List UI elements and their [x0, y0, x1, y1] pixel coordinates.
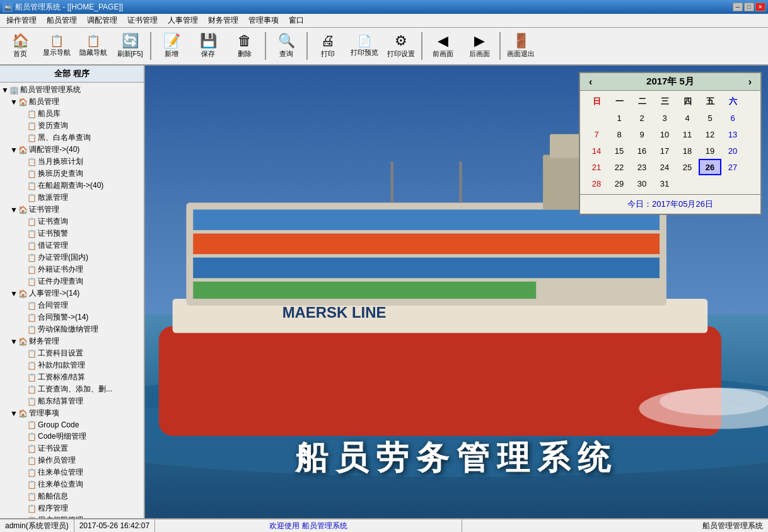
menu-crew[interactable]: 船员管理	[42, 14, 82, 27]
tree-item[interactable]: 📋外籍证书办理	[0, 263, 144, 275]
cal-day[interactable]: 11	[676, 126, 699, 142]
cal-day[interactable]: 4	[676, 110, 699, 126]
close-button[interactable]: ✕	[755, 3, 765, 11]
sidebar-tree[interactable]: ▼🏢船员管理管理系统▼🏠船员管理 📋船员库 📋资历查询 📋黑、白名单查询▼🏠调配…	[0, 83, 144, 518]
cal-day[interactable]: 14	[585, 142, 608, 159]
menu-dispatch[interactable]: 调配管理	[82, 14, 122, 27]
cal-day[interactable]: 12	[699, 126, 721, 142]
cal-day[interactable]: 21	[585, 159, 608, 175]
print-button[interactable]: 🖨 打印	[310, 30, 346, 62]
menu-hr[interactable]: 人事管理	[163, 14, 203, 27]
delete-button[interactable]: 🗑 删除	[227, 30, 262, 62]
tree-item[interactable]: 📋船员库	[0, 108, 144, 120]
tree-item[interactable]: 📋换班历史查询	[0, 168, 144, 180]
cal-day[interactable]: 17	[653, 142, 676, 159]
cal-day[interactable]: 23	[631, 159, 653, 175]
maximize-button[interactable]: □	[744, 3, 754, 11]
leaf-icon: 📋	[26, 325, 37, 335]
tree-item[interactable]: 📋工资科目设置	[0, 347, 144, 359]
next-button[interactable]: ▶ 后画面	[462, 30, 497, 62]
cal-day[interactable]: 6	[721, 110, 744, 126]
menu-certificate[interactable]: 证书管理	[122, 14, 163, 27]
tree-item[interactable]: 📋黑、白名单查询	[0, 132, 144, 144]
cal-day[interactable]: 15	[608, 142, 631, 159]
menu-finance[interactable]: 财务管理	[203, 14, 243, 27]
refresh-button[interactable]: 🔄 刷新[F5]	[112, 30, 148, 62]
cal-day[interactable]: 30	[631, 175, 653, 192]
print-preview-button[interactable]: 📄 打印预览	[347, 30, 382, 62]
tree-item[interactable]: ▼🏠调配管理->(40)	[0, 144, 144, 156]
tree-item[interactable]: 📋程序管理	[0, 502, 144, 514]
cal-day[interactable]: 3	[653, 110, 676, 126]
tree-item[interactable]: 📋Code明细管理	[0, 431, 144, 442]
tree-item[interactable]: 📋Group Code	[0, 419, 144, 431]
tree-item[interactable]: 📋合同管理	[0, 299, 144, 311]
cal-day[interactable]: 25	[676, 159, 699, 175]
tree-item[interactable]: ▼🏠管理事项	[0, 407, 144, 419]
cal-day[interactable]: 16	[631, 142, 653, 159]
tree-item[interactable]: 📋借证管理	[0, 240, 144, 252]
home-button[interactable]: 🏠 首页	[3, 30, 38, 62]
tree-item[interactable]: 📋合同预警->(14)	[0, 311, 144, 323]
add-button[interactable]: 📝 新增	[154, 30, 189, 62]
tree-item[interactable]: 📋证书设置	[0, 442, 144, 454]
tree-item[interactable]: 📋往来单位查询	[0, 478, 144, 490]
tree-item[interactable]: 📋劳动保险缴纳管理	[0, 323, 144, 335]
expand-icon: ▼	[1, 86, 9, 95]
cal-day[interactable]: 29	[608, 175, 631, 192]
tree-item[interactable]: 📋在船超期查询->(40)	[0, 180, 144, 192]
tree-item[interactable]: 📋船东结算管理	[0, 395, 144, 407]
tree-item[interactable]: 📋证书预警	[0, 228, 144, 240]
cal-day[interactable]: 28	[585, 175, 608, 192]
cal-day[interactable]: 8	[608, 126, 631, 142]
cal-day[interactable]: 2	[631, 110, 653, 126]
cal-day[interactable]: 9	[631, 126, 653, 142]
cal-day[interactable]: 7	[585, 126, 608, 142]
cal-day[interactable]: 20	[721, 142, 744, 159]
tree-item[interactable]: 📋办证管理(国内)	[0, 252, 144, 263]
cal-day[interactable]: 31	[653, 175, 676, 192]
cal-day[interactable]: 22	[608, 159, 631, 175]
tree-item[interactable]: 📋工资查询、添加、删...	[0, 383, 144, 395]
query-button[interactable]: 🔍 查询	[269, 30, 304, 62]
cal-day[interactable]: 19	[699, 142, 721, 159]
cal-day[interactable]: 27	[721, 159, 744, 175]
calendar-prev-button[interactable]: ‹	[585, 76, 596, 88]
tree-item[interactable]: ▼🏢船员管理管理系统	[0, 84, 144, 96]
cal-day-today[interactable]: 26	[699, 159, 721, 175]
cal-day[interactable]: 24	[653, 159, 676, 175]
print-setup-button[interactable]: ⚙ 打印设置	[383, 30, 419, 62]
tree-item[interactable]: 📋操作员管理	[0, 454, 144, 466]
tree-item[interactable]: ▼🏠证书管理	[0, 204, 144, 216]
tree-item[interactable]: 📋往来单位管理	[0, 466, 144, 478]
tree-item[interactable]: ▼🏠人事管理->(14)	[0, 287, 144, 299]
tree-item[interactable]: 📋补款/扣款管理	[0, 359, 144, 371]
tree-item[interactable]: 📋用户权限管理	[0, 514, 144, 518]
menu-operations[interactable]: 操作管理	[1, 14, 42, 27]
tree-item[interactable]: 📋资历查询	[0, 120, 144, 132]
cal-day[interactable]: 18	[676, 142, 699, 159]
calendar-next-button[interactable]: ›	[745, 76, 755, 88]
cal-day[interactable]: 10	[653, 126, 676, 142]
tree-item[interactable]: 📋证件办理查询	[0, 275, 144, 287]
cal-day[interactable]: 1	[608, 110, 631, 126]
tree-item[interactable]: 📋当月换班计划	[0, 156, 144, 168]
prev-button[interactable]: ◀ 前画面	[425, 30, 460, 62]
cal-day[interactable]: 5	[699, 110, 721, 126]
menu-admin[interactable]: 管理事项	[243, 14, 284, 27]
tree-item[interactable]: 📋散派管理	[0, 192, 144, 204]
save-button[interactable]: 💾 保存	[190, 30, 226, 62]
tree-item[interactable]: 📋证书查询	[0, 216, 144, 228]
tree-item[interactable]: 📋船舶信息	[0, 490, 144, 502]
exit-button[interactable]: 🚪 画面退出	[503, 30, 538, 62]
show-nav-button[interactable]: 📋 显示导航	[39, 30, 74, 62]
tree-item[interactable]: ▼🏠船员管理	[0, 96, 144, 108]
menu-window[interactable]: 窗口	[284, 14, 309, 27]
minimize-button[interactable]: ─	[733, 3, 743, 11]
tree-item[interactable]: ▼🏠财务管理	[0, 335, 144, 347]
calendar-today-text[interactable]: 今日：2017年05月26日	[580, 194, 760, 214]
hide-nav-button[interactable]: 📋 隐藏导航	[76, 30, 111, 62]
tree-item[interactable]: 📋工资标准/结算	[0, 371, 144, 383]
cal-day[interactable]: 13	[721, 126, 744, 142]
cal-day[interactable]	[585, 110, 608, 126]
